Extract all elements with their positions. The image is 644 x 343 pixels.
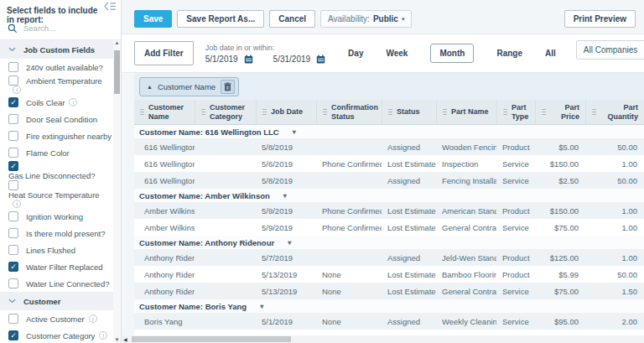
field-item-fire-extinguisher-nearby[interactable]: Fire extinguisher nearby xyxy=(0,127,113,144)
checkbox-gas-line-disconnected[interactable]: ✓ xyxy=(8,161,18,171)
column-header-status[interactable]: Status xyxy=(382,100,436,124)
group-header[interactable]: Customer Name: Amber Wilkinson▾ xyxy=(134,189,644,202)
range-week[interactable]: Week xyxy=(386,49,408,58)
group-by-chip-customer-name[interactable]: ▲ Customer Name xyxy=(139,77,239,96)
table-row[interactable]: Boris Yang5/1/2019NoneAssignedWeekly Cle… xyxy=(134,313,644,330)
table-row[interactable]: Anthony Ridenour5/13/2019NoneLost Estima… xyxy=(134,266,644,283)
table-row[interactable]: Amber Wilkinson5/9/2019Phone ConfirmedLo… xyxy=(134,202,644,219)
field-item-coils-clear[interactable]: ✓Coils Cleari xyxy=(0,94,113,111)
chevron-down-icon[interactable]: ▾ xyxy=(288,239,291,247)
field-label: Customer Category xyxy=(26,331,95,340)
save-report-as-button[interactable]: Save Report As... xyxy=(177,10,264,28)
field-item-flame-color[interactable]: Flame Color xyxy=(0,144,113,161)
drag-handle-icon[interactable] xyxy=(388,108,392,116)
scrollbar-thumb[interactable] xyxy=(132,336,291,342)
column-header-confirmation-status[interactable]: Confirmation Status xyxy=(316,100,382,124)
drag-handle-icon[interactable] xyxy=(140,108,144,116)
date-to-input[interactable]: 5/31/2019 xyxy=(273,55,311,64)
drag-handle-icon[interactable] xyxy=(542,108,546,116)
field-item-active-customer[interactable]: Active Customeri xyxy=(0,310,113,327)
column-header-job-date[interactable]: Job Date xyxy=(256,100,316,124)
checkbox-ambient-temperature[interactable] xyxy=(8,75,18,86)
group-header[interactable]: Customer Name: Anthony Ridenour▾ xyxy=(134,236,644,249)
drag-handle-icon[interactable] xyxy=(262,108,267,116)
checkbox-active-customer[interactable] xyxy=(8,314,18,324)
section-header-customer[interactable]: Customer xyxy=(0,292,113,310)
scroll-down-icon[interactable]: ▼ xyxy=(113,337,121,342)
field-item-240v-outlet-available[interactable]: 240v outlet available? xyxy=(0,59,113,75)
range-range[interactable]: Range xyxy=(496,49,522,58)
drag-handle-icon[interactable] xyxy=(443,108,447,116)
cancel-button[interactable]: Cancel xyxy=(269,10,315,28)
field-label: Coils Clear xyxy=(26,98,65,107)
column-header-part-type[interactable]: Part Type xyxy=(496,100,535,124)
checkbox-water-line-connected[interactable] xyxy=(8,278,18,288)
company-filter-dropdown[interactable]: All Companies ▾ xyxy=(576,40,644,60)
field-item-ignition-working[interactable]: Ignition Working xyxy=(0,208,113,225)
cell: Phone Confirmed xyxy=(316,155,382,172)
section-header-job-custom-fields[interactable]: Job Custom Fields xyxy=(0,40,113,59)
remove-group-button[interactable] xyxy=(221,80,235,94)
field-item-customer-category[interactable]: ✓Customer Categoryi xyxy=(0,327,113,343)
availability-dropdown[interactable]: Availability: Public ▾ xyxy=(320,10,412,28)
checkbox-is-there-mold-present[interactable] xyxy=(8,228,18,238)
checkbox-customer-category[interactable]: ✓ xyxy=(8,330,18,340)
add-filter-button[interactable]: Add Filter xyxy=(134,41,194,65)
table-row[interactable]: Anthony Ridenour5/13/2019NoneLost Estima… xyxy=(134,283,644,299)
column-header-customer-name[interactable]: Customer Name xyxy=(134,100,195,124)
field-item-ambient-temperature[interactable]: Ambient Temperaturei xyxy=(0,75,113,94)
calendar-icon[interactable] xyxy=(244,55,253,64)
field-item-gas-line-disconnected[interactable]: ✓Gas Line Disconnected? xyxy=(0,161,113,180)
drag-handle-icon[interactable] xyxy=(323,108,327,116)
table-row[interactable]: 616 Wellington LLC5/8/2019AssignedWooden… xyxy=(134,138,644,155)
group-header[interactable]: Customer Name: Boris Yang▾ xyxy=(134,299,644,313)
drag-handle-icon[interactable] xyxy=(201,108,205,116)
field-item-water-filter-replaced[interactable]: ✓Water Filter Replaced xyxy=(0,258,113,275)
range-month[interactable]: Month xyxy=(430,44,474,63)
print-preview-button[interactable]: Print Preview xyxy=(564,10,636,28)
date-from-input[interactable]: 5/1/2019 xyxy=(205,55,238,64)
cell: Service xyxy=(496,283,535,299)
drag-handle-icon[interactable] xyxy=(592,108,596,116)
search-input[interactable] xyxy=(23,23,103,33)
scrollbar-thumb[interactable] xyxy=(114,50,120,94)
table-row[interactable]: 616 Wellington LLC5/8/2019AssignedFencin… xyxy=(134,172,644,189)
group-header[interactable]: Customer Name: 616 Wellington LLC▾ xyxy=(134,125,644,138)
save-button[interactable]: Save xyxy=(134,10,172,28)
table-row[interactable]: Anthony Ridenour5/7/2019AssignedJeld-Wen… xyxy=(134,249,644,266)
cell: Boris Yang xyxy=(134,313,195,330)
table-row[interactable]: Amber Wilkinson5/9/2019Phone ConfirmedLo… xyxy=(134,219,644,236)
checkbox-water-filter-replaced[interactable]: ✓ xyxy=(8,262,18,272)
horizontal-scrollbar[interactable]: ◀ xyxy=(122,335,644,343)
sidebar-scrollbar[interactable]: ▲ ▼ xyxy=(113,40,121,343)
field-item-heat-source-temperature[interactable]: Heat Source Temperaturei xyxy=(0,180,113,208)
calendar-icon[interactable] xyxy=(316,55,325,64)
checkbox-heat-source-temperature[interactable] xyxy=(8,180,18,190)
column-header-customer-category[interactable]: Customer Category xyxy=(195,100,256,124)
checkbox-fire-extinguisher-nearby[interactable] xyxy=(8,131,18,141)
range-all[interactable]: All xyxy=(545,49,556,58)
chevron-down-icon[interactable]: ▾ xyxy=(283,192,287,200)
drag-handle-icon[interactable] xyxy=(503,108,507,116)
column-header-part-quantity[interactable]: Part Quantity xyxy=(585,100,644,124)
column-header-part-price[interactable]: Part Price xyxy=(535,100,585,124)
column-header-part-name[interactable]: Part Name xyxy=(436,100,496,124)
chevron-down-icon[interactable]: ▾ xyxy=(293,128,296,136)
checkbox-lines-flushed[interactable] xyxy=(8,245,18,255)
checkbox-ignition-working[interactable] xyxy=(8,211,18,221)
table-row[interactable]: 616 Wellington LLC5/6/2019Phone Confirme… xyxy=(134,155,644,172)
sort-asc-icon[interactable]: ▲ xyxy=(147,84,153,90)
checkbox-door-seal-condition[interactable] xyxy=(8,114,18,124)
field-item-door-seal-condition[interactable]: Door Seal Condition xyxy=(0,111,113,127)
field-item-is-there-mold-present[interactable]: Is there mold present? xyxy=(0,225,113,242)
scroll-up-icon[interactable]: ▲ xyxy=(113,40,121,45)
checkbox-flame-color[interactable] xyxy=(8,148,18,158)
field-item-water-line-connected[interactable]: Water Line Connected? xyxy=(0,275,113,292)
collapse-sidebar-icon[interactable] xyxy=(104,2,117,11)
checkbox-240v-outlet-available[interactable] xyxy=(8,62,18,72)
scroll-left-icon[interactable]: ◀ xyxy=(122,336,129,342)
range-day[interactable]: Day xyxy=(348,49,363,58)
checkbox-coils-clear[interactable]: ✓ xyxy=(8,97,18,107)
field-item-lines-flushed[interactable]: Lines Flushed xyxy=(0,242,113,258)
chevron-down-icon[interactable]: ▾ xyxy=(260,303,263,310)
